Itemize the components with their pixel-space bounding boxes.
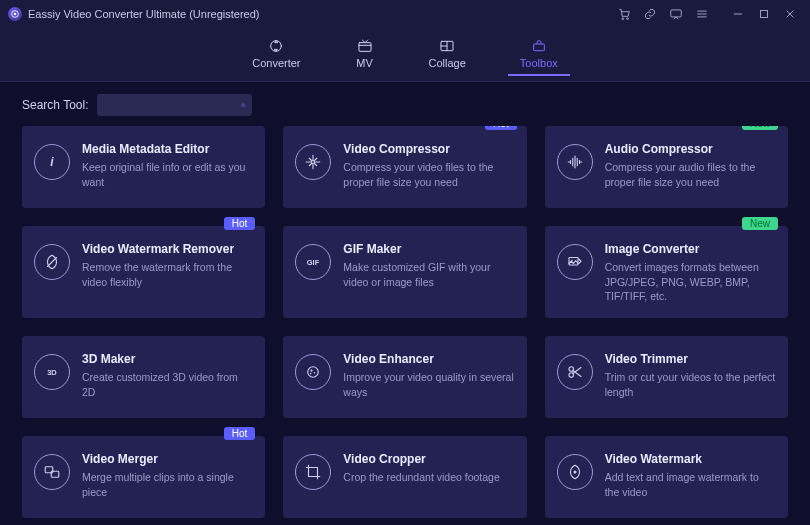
svg-point-1 bbox=[14, 13, 17, 16]
svg-rect-4 bbox=[671, 10, 682, 17]
enhancer-icon bbox=[295, 354, 331, 390]
card-desc: Trim or cut your videos to the perfect l… bbox=[605, 370, 776, 399]
card-body: Video CompressorCompress your video file… bbox=[343, 142, 514, 189]
card-body: Video WatermarkAdd text and image waterm… bbox=[605, 452, 776, 499]
cart-icon[interactable] bbox=[612, 2, 636, 26]
card-body: Video TrimmerTrim or cut your videos to … bbox=[605, 352, 776, 399]
tool-card[interactable]: GIF MakerMake customized GIF with your v… bbox=[283, 226, 526, 318]
link-icon[interactable] bbox=[638, 2, 662, 26]
tab-converter[interactable]: Converter bbox=[240, 34, 312, 75]
gif-icon bbox=[295, 244, 331, 280]
svg-point-10 bbox=[241, 103, 244, 106]
tab-label: Collage bbox=[429, 57, 466, 69]
card-body: 3D MakerCreate customized 3D video from … bbox=[82, 352, 253, 399]
merger-icon bbox=[34, 454, 70, 490]
card-title: Video Watermark Remover bbox=[82, 242, 253, 256]
hot-badge: Hot bbox=[224, 427, 256, 440]
menu-icon[interactable] bbox=[690, 2, 714, 26]
svg-rect-7 bbox=[359, 43, 371, 52]
search-row: Search Tool: bbox=[0, 82, 810, 126]
tab-mv[interactable]: MV bbox=[343, 34, 387, 75]
tab-collage[interactable]: Collage bbox=[417, 34, 478, 75]
card-body: Video MergerMerge multiple clips into a … bbox=[82, 452, 253, 499]
tools-grid: Media Metadata EditorKeep original file … bbox=[22, 126, 788, 518]
tool-card[interactable]: HotVideo MergerMerge multiple clips into… bbox=[22, 436, 265, 518]
compress-video-icon bbox=[295, 144, 331, 180]
watermark-remove-icon bbox=[34, 244, 70, 280]
tab-label: Converter bbox=[252, 57, 300, 69]
titlebar-left: Eassiy Video Converter Ultimate (Unregis… bbox=[8, 7, 260, 21]
card-desc: Keep original file info or edit as you w… bbox=[82, 160, 253, 189]
new-badge: New bbox=[742, 126, 778, 130]
card-title: 3D Maker bbox=[82, 352, 253, 366]
image-convert-icon bbox=[557, 244, 593, 280]
tab-label: Toolbox bbox=[520, 57, 558, 69]
watermark-icon bbox=[557, 454, 593, 490]
card-desc: Compress your audio files to the proper … bbox=[605, 160, 776, 189]
card-title: Video Cropper bbox=[343, 452, 514, 466]
hot-badge: Hot bbox=[485, 126, 517, 130]
tool-card[interactable]: NewImage ConverterConvert images formats… bbox=[545, 226, 788, 318]
card-body: Video EnhancerImprove your video quality… bbox=[343, 352, 514, 399]
card-desc: Improve your video quality in several wa… bbox=[343, 370, 514, 399]
card-title: Video Enhancer bbox=[343, 352, 514, 366]
card-desc: Convert images formats between JPG/JPEG,… bbox=[605, 260, 776, 304]
tool-card[interactable]: Video EnhancerImprove your video quality… bbox=[283, 336, 526, 418]
maximize-button[interactable] bbox=[752, 2, 776, 26]
card-body: GIF MakerMake customized GIF with your v… bbox=[343, 242, 514, 289]
card-title: GIF Maker bbox=[343, 242, 514, 256]
info-icon bbox=[34, 144, 70, 180]
minimize-button[interactable] bbox=[726, 2, 750, 26]
tool-card[interactable]: Media Metadata EditorKeep original file … bbox=[22, 126, 265, 208]
titlebar-right bbox=[612, 2, 802, 26]
titlebar: Eassiy Video Converter Ultimate (Unregis… bbox=[0, 0, 810, 28]
close-button[interactable] bbox=[778, 2, 802, 26]
tool-card[interactable]: Video WatermarkAdd text and image waterm… bbox=[545, 436, 788, 518]
tab-toolbox[interactable]: Toolbox bbox=[508, 34, 570, 75]
hot-badge: Hot bbox=[224, 217, 256, 230]
tool-card[interactable]: 3D MakerCreate customized 3D video from … bbox=[22, 336, 265, 418]
card-title: Image Converter bbox=[605, 242, 776, 256]
card-desc: Compress your video files to the proper … bbox=[343, 160, 514, 189]
3d-icon bbox=[34, 354, 70, 390]
tool-card[interactable]: Video TrimmerTrim or cut your videos to … bbox=[545, 336, 788, 418]
search-label: Search Tool: bbox=[22, 98, 89, 112]
tool-card[interactable]: Video CropperCrop the redundant video fo… bbox=[283, 436, 526, 518]
card-desc: Remove the watermark from the video flex… bbox=[82, 260, 253, 289]
card-body: Video Watermark RemoverRemove the waterm… bbox=[82, 242, 253, 289]
tool-card[interactable]: NewAudio CompressorCompress your audio f… bbox=[545, 126, 788, 208]
tool-card[interactable]: HotVideo CompressorCompress your video f… bbox=[283, 126, 526, 208]
new-badge: New bbox=[742, 217, 778, 230]
tool-card[interactable]: HotVideo Watermark RemoverRemove the wat… bbox=[22, 226, 265, 318]
trimmer-icon bbox=[557, 354, 593, 390]
svg-point-2 bbox=[622, 18, 624, 20]
card-desc: Add text and image watermark to the vide… bbox=[605, 470, 776, 499]
card-desc: Crop the redundant video footage bbox=[343, 470, 514, 485]
card-body: Image ConverterConvert images formats be… bbox=[605, 242, 776, 304]
main-tabs: Converter MV Collage Toolbox bbox=[0, 28, 810, 82]
card-title: Video Trimmer bbox=[605, 352, 776, 366]
tab-label: MV bbox=[356, 57, 373, 69]
card-desc: Create customized 3D video from 2D bbox=[82, 370, 253, 399]
search-icon bbox=[241, 99, 246, 112]
card-body: Video CropperCrop the redundant video fo… bbox=[343, 452, 514, 485]
svg-rect-5 bbox=[761, 11, 768, 18]
compress-audio-icon bbox=[557, 144, 593, 180]
svg-point-3 bbox=[627, 18, 629, 20]
card-body: Media Metadata EditorKeep original file … bbox=[82, 142, 253, 189]
chat-icon[interactable] bbox=[664, 2, 688, 26]
card-desc: Make customized GIF with your video or i… bbox=[343, 260, 514, 289]
card-title: Media Metadata Editor bbox=[82, 142, 253, 156]
cropper-icon bbox=[295, 454, 331, 490]
tools-scroll[interactable]: Media Metadata EditorKeep original file … bbox=[0, 126, 810, 525]
card-title: Audio Compressor bbox=[605, 142, 776, 156]
card-body: Audio CompressorCompress your audio file… bbox=[605, 142, 776, 189]
search-input[interactable] bbox=[103, 99, 241, 111]
card-title: Video Merger bbox=[82, 452, 253, 466]
card-title: Video Compressor bbox=[343, 142, 514, 156]
card-title: Video Watermark bbox=[605, 452, 776, 466]
svg-rect-9 bbox=[533, 44, 544, 51]
search-box[interactable] bbox=[97, 94, 252, 116]
app-title: Eassiy Video Converter Ultimate (Unregis… bbox=[28, 8, 260, 20]
card-desc: Merge multiple clips into a single piece bbox=[82, 470, 253, 499]
